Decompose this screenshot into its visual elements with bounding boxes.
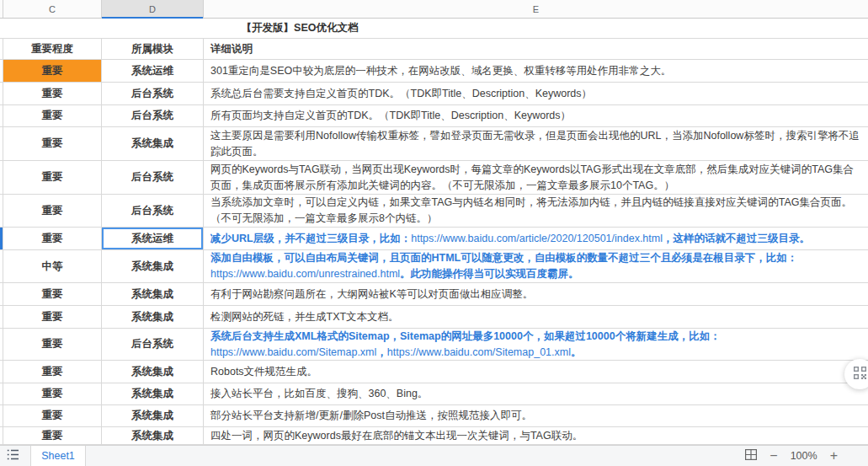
description-cell[interactable]: 添加自由模板，可以自由布局关键词，且页面的HTML可以随意更改，自由模板的数量不…: [204, 250, 868, 282]
table-row: 重要系统集成检测网站的死链，并生成TXT文本文档。: [0, 306, 868, 329]
table-row: 重要后台系统系统总后台需要支持自定义首页的TDK。（TDK即Title、Desc…: [0, 83, 868, 105]
table-row: 重要后台系统当系统添加文章时，可以自定义内链，如果文章TAG与内链名相同时，将无…: [0, 195, 868, 228]
importance-cell[interactable]: 重要: [3, 283, 102, 305]
module-cell[interactable]: 系统集成: [102, 405, 204, 426]
module-cell[interactable]: 系统集成: [102, 306, 204, 328]
description-text: 检测网站的死链，并生成TXT文本文档。: [210, 309, 861, 325]
table-row: 重要系统运维减少URL层级，并不超过三级目录，比如：https://www.ba…: [0, 228, 868, 250]
description-text: 部分站长平台支持新增/更新/删除Post自动推送，按照规范接入即可。: [210, 408, 861, 424]
importance-cell[interactable]: 重要: [3, 105, 102, 126]
table-row: 重要系统集成接入站长平台，比如百度、搜狗、360、Bing。: [0, 383, 868, 405]
description-text: 所有页面均支持自定义首页的TDK。（TDK即Title、Description、…: [210, 108, 861, 124]
description-text: 系统总后台需要支持自定义首页的TDK。（TDK即Title、Descriptio…: [210, 86, 861, 102]
column-header-d[interactable]: D: [102, 0, 204, 18]
description-cell[interactable]: 系统总后台需要支持自定义首页的TDK。（TDK即Title、Descriptio…: [204, 83, 868, 104]
importance-cell[interactable]: 中等: [3, 250, 102, 282]
zoom-out-button[interactable]: −: [769, 449, 777, 463]
description-text: 添加自由模板，可以自由布局关键词，且页面的HTML可以随意更改，自由模板的数量不…: [210, 250, 861, 282]
description-cell[interactable]: 接入站长平台，比如百度、搜狗、360、Bing。: [204, 383, 868, 404]
description-cell[interactable]: 系统后台支持生成XML格式的Sitemap，Sitemap的网址最多10000个…: [204, 329, 868, 360]
module-cell[interactable]: 系统集成: [102, 383, 204, 404]
importance-cell[interactable]: 重要: [3, 405, 102, 426]
zoom-level[interactable]: 100%: [791, 450, 817, 462]
rows-container: 重要系统运维301重定向是SEO中较为底层的一种技术，在网站改版、域名更换、权重…: [0, 60, 868, 445]
description-text: 减少URL层级，并不超过三级目录，比如：https://www.baidu.co…: [210, 231, 861, 247]
description-text: 网页的Keywords与TAG联动，当网页出现Keywords时，每篇文章的Ke…: [210, 162, 861, 194]
module-cell[interactable]: 系统集成: [102, 127, 204, 160]
description-cell[interactable]: 当系统添加文章时，可以自定义内链，如果文章TAG与内链名相同时，将无法添加内链，…: [204, 195, 868, 227]
sheet-tab-sheet1[interactable]: Sheet1: [30, 446, 86, 466]
description-cell[interactable]: 网页的Keywords与TAG联动，当网页出现Keywords时，每篇文章的Ke…: [204, 161, 868, 194]
grid-view-icon: [745, 448, 757, 463]
description-cell[interactable]: 有利于网站勘察问题所在，大纲网站被K等可以对页面做出相应调整。: [204, 283, 868, 305]
description-text: 301重定向是SEO中较为底层的一种技术，在网站改版、域名更换、权重转移等用处作…: [210, 63, 861, 79]
table-row: 重要系统运维301重定向是SEO中较为底层的一种技术，在网站改版、域名更换、权重…: [0, 60, 868, 83]
module-cell[interactable]: 系统集成: [102, 283, 204, 305]
table-row: 重要后台系统系统后台支持生成XML格式的Sitemap，Sitemap的网址最多…: [0, 329, 868, 361]
sheet-list-icon: [7, 448, 19, 463]
importance-cell[interactable]: 重要: [3, 427, 102, 444]
importance-cell[interactable]: 重要: [3, 361, 102, 383]
description-cell[interactable]: Robots文件规范生成。: [204, 361, 868, 383]
description-text: 接入站长平台，比如百度、搜狗、360、Bing。: [210, 386, 861, 402]
description-text: 系统后台支持生成XML格式的Sitemap，Sitemap的网址最多10000个…: [210, 329, 861, 360]
table-row: 重要系统集成四处一词，网页的Keywords最好在底部的锚文本出现一次关键词，与…: [0, 427, 868, 445]
module-cell[interactable]: 后台系统: [102, 105, 204, 126]
status-bar: Sheet1 − 100% +: [0, 445, 868, 466]
footer-right-controls: − 100% +: [745, 446, 838, 466]
description-text: 当系统添加文章时，可以自定义内链，如果文章TAG与内链名相同时，将无法添加内链，…: [210, 195, 861, 227]
importance-cell[interactable]: 重要: [3, 228, 102, 249]
table-row: 重要系统集成有利于网站勘察问题所在，大纲网站被K等可以对页面做出相应调整。: [0, 283, 868, 306]
table-row: 重要系统集成这主要原因是需要利用Nofollow传输权重标签，譬如登录页面无需收…: [0, 127, 868, 161]
table-header-row: 重要程度 所属模块 详细说明: [0, 39, 868, 60]
table-row: 重要后台系统所有页面均支持自定义首页的TDK。（TDK即Title、Descri…: [0, 105, 868, 127]
importance-cell[interactable]: 重要: [3, 306, 102, 328]
importance-cell[interactable]: 重要: [3, 195, 102, 227]
description-text: 这主要原因是需要利用Nofollow传输权重标签，譬如登录页面无需收录，但是页面…: [210, 128, 861, 160]
header-importance[interactable]: 重要程度: [3, 39, 102, 59]
selected-row-indicator: [0, 228, 3, 249]
table-row: 重要后台系统网页的Keywords与TAG联动，当网页出现Keywords时，每…: [0, 161, 868, 195]
description-cell[interactable]: 这主要原因是需要利用Nofollow传输权重标签，譬如登录页面无需收录，但是页面…: [204, 127, 868, 160]
table-row: 重要系统集成Robots文件规范生成。: [0, 361, 868, 383]
module-cell[interactable]: 系统集成: [102, 361, 204, 383]
module-cell[interactable]: 系统运维: [102, 228, 204, 249]
table-row: 重要系统集成部分站长平台支持新增/更新/删除Post自动推送，按照规范接入即可。: [0, 405, 868, 427]
zoom-in-button[interactable]: +: [830, 449, 838, 463]
qr-code-icon: [854, 367, 866, 383]
module-cell[interactable]: 系统集成: [102, 427, 204, 444]
column-header-row: C D E: [0, 0, 868, 19]
header-module[interactable]: 所属模块: [102, 39, 204, 59]
importance-cell[interactable]: 重要: [3, 60, 102, 82]
importance-cell[interactable]: 重要: [3, 383, 102, 404]
header-description[interactable]: 详细说明: [204, 39, 868, 59]
sheet-list-button[interactable]: [7, 446, 19, 466]
module-cell[interactable]: 后台系统: [102, 83, 204, 104]
description-text: 有利于网站勘察问题所在，大纲网站被K等可以对页面做出相应调整。: [210, 287, 861, 303]
page-layout-button[interactable]: [745, 448, 757, 463]
description-cell[interactable]: 四处一词，网页的Keywords最好在底部的锚文本出现一次关键词，与TAG联动。: [204, 427, 868, 444]
description-text: 四处一词，网页的Keywords最好在底部的锚文本出现一次关键词，与TAG联动。: [210, 428, 861, 444]
description-cell[interactable]: 减少URL层级，并不超过三级目录，比如：https://www.baidu.co…: [204, 228, 868, 249]
description-cell[interactable]: 301重定向是SEO中较为底层的一种技术，在网站改版、域名更换、权重转移等用处作…: [204, 60, 868, 82]
module-cell[interactable]: 系统集成: [102, 250, 204, 282]
module-cell[interactable]: 系统运维: [102, 60, 204, 82]
qr-code-button[interactable]: [844, 359, 868, 389]
title-row: 【开发版】SEO优化文档: [0, 19, 868, 39]
importance-cell[interactable]: 重要: [3, 161, 102, 194]
module-cell[interactable]: 后台系统: [102, 329, 204, 360]
description-cell[interactable]: 检测网站的死链，并生成TXT文本文档。: [204, 306, 868, 328]
column-header-e[interactable]: E: [204, 0, 868, 18]
spreadsheet-app: C D E 【开发版】SEO优化文档 重要程度 所属模块 详细说明 重要系统运维…: [0, 0, 868, 466]
importance-cell[interactable]: 重要: [3, 329, 102, 360]
description-cell[interactable]: 所有页面均支持自定义首页的TDK。（TDK即Title、Description、…: [204, 105, 868, 126]
importance-cell[interactable]: 重要: [3, 127, 102, 160]
description-cell[interactable]: 部分站长平台支持新增/更新/删除Post自动推送，按照规范接入即可。: [204, 405, 868, 426]
column-header-c[interactable]: C: [3, 0, 102, 18]
module-cell[interactable]: 后台系统: [102, 195, 204, 227]
importance-cell[interactable]: 重要: [3, 83, 102, 104]
document-title-cell[interactable]: 【开发版】SEO优化文档: [0, 19, 599, 38]
module-cell[interactable]: 后台系统: [102, 161, 204, 194]
description-text: Robots文件规范生成。: [210, 364, 861, 380]
table-row: 中等系统集成添加自由模板，可以自由布局关键词，且页面的HTML可以随意更改，自由…: [0, 250, 868, 283]
